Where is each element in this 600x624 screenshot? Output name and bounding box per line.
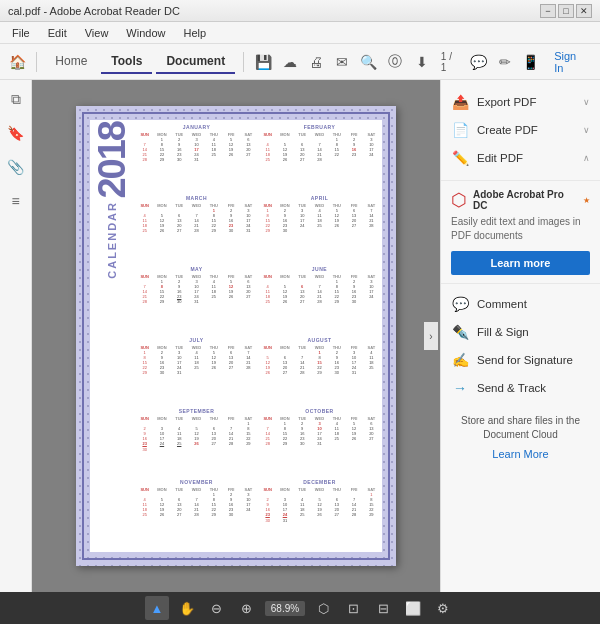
maximize-button[interactable]: □ bbox=[558, 4, 574, 18]
send-signature-label: Send for Signature bbox=[477, 354, 573, 366]
send-track-icon: → bbox=[451, 379, 469, 397]
create-pdf-button[interactable]: 📄 Create PDF ∨ bbox=[451, 116, 590, 144]
zoom-in-icon[interactable]: ⊕ bbox=[235, 596, 259, 620]
month-october: OCTOBER SUNMONTUEWEDTHUFRISAT 123456 789… bbox=[259, 408, 380, 477]
hand-tool-icon[interactable]: ✋ bbox=[175, 596, 199, 620]
create-pdf-icon: 📄 bbox=[451, 121, 469, 139]
menu-window[interactable]: Window bbox=[118, 25, 173, 41]
close-button[interactable]: ✕ bbox=[576, 4, 592, 18]
learn-more-cloud-link[interactable]: Learn More bbox=[441, 448, 600, 466]
create-pdf-arrow: ∨ bbox=[583, 125, 590, 135]
acrobat-promo-title: Adobe Acrobat Pro DC bbox=[473, 189, 577, 211]
acrobat-promo-text: Easily edit text and images in PDF docum… bbox=[451, 215, 590, 243]
export-pdf-button[interactable]: 📤 Export PDF ∨ bbox=[451, 88, 590, 116]
copy-icon[interactable]: ⧉ bbox=[5, 88, 27, 110]
menu-bar: File Edit View Window Help bbox=[0, 22, 600, 44]
send-track-button[interactable]: → Send & Track bbox=[451, 374, 590, 402]
fill-sign-button[interactable]: ✒️ Fill & Sign bbox=[451, 318, 590, 346]
select-tool-icon[interactable]: ▲ bbox=[145, 596, 169, 620]
acrobat-promo-section: ⬡ Adobe Acrobat Pro DC ★ Easily edit tex… bbox=[441, 181, 600, 284]
fit-width-icon[interactable]: ⊟ bbox=[371, 596, 395, 620]
toolbar-home-icon[interactable]: 🏠 bbox=[6, 50, 28, 74]
reader-icon[interactable]: 📱 bbox=[520, 50, 542, 74]
learn-more-button[interactable]: Learn more bbox=[451, 251, 590, 275]
zoom-out-icon[interactable]: ⊖ bbox=[205, 596, 229, 620]
title-bar-controls: − □ ✕ bbox=[540, 4, 592, 18]
next-page-arrow[interactable]: › bbox=[424, 322, 438, 350]
bottom-tools-section: 💬 Comment ✒️ Fill & Sign ✍️ Send for Sig… bbox=[441, 284, 600, 408]
page-indicator: 1 / 1 bbox=[437, 51, 463, 73]
pen-icon[interactable]: ✏ bbox=[493, 50, 515, 74]
fill-sign-icon: ✒️ bbox=[451, 323, 469, 341]
pdf-tools-section: 📤 Export PDF ∨ 📄 Create PDF ∨ ✏️ Edit PD… bbox=[441, 80, 600, 181]
send-signature-button[interactable]: ✍️ Send for Signature bbox=[451, 346, 590, 374]
month-june: JUNE SUNMONTUEWEDTHUFRISAT 123 45678910 … bbox=[259, 266, 380, 335]
edit-pdf-button[interactable]: ✏️ Edit PDF ∧ bbox=[451, 144, 590, 172]
search-icon[interactable]: 🔍 bbox=[358, 50, 380, 74]
download-icon[interactable]: ⬇ bbox=[410, 50, 432, 74]
menu-edit[interactable]: Edit bbox=[40, 25, 75, 41]
attach-icon[interactable]: 📎 bbox=[5, 156, 27, 178]
menu-file[interactable]: File bbox=[4, 25, 38, 41]
toolbar-sep-2 bbox=[243, 52, 244, 72]
pdf-page: 2018 CALENDAR JANUARY SUNMONTUEWEDTHUFRI… bbox=[76, 106, 396, 566]
edit-pdf-icon: ✏️ bbox=[451, 149, 469, 167]
tools-bottom-icon[interactable]: ⚙ bbox=[431, 596, 455, 620]
month-december: DECEMBER SUNMONTUEWEDTHUFRISAT 1 2345678… bbox=[259, 479, 380, 548]
month-august: AUGUST SUNMONTUEWEDTHUFRISAT 1234 567891… bbox=[259, 337, 380, 406]
menu-help[interactable]: Help bbox=[175, 25, 214, 41]
main-layout: ⧉ 🔖 📎 ≡ 2018 CALENDAR JANUARY bbox=[0, 80, 600, 592]
tab-document[interactable]: Document bbox=[156, 50, 235, 74]
acrobat-logo-icon: ⬡ bbox=[451, 189, 467, 211]
print-icon[interactable]: 🖨 bbox=[305, 50, 327, 74]
right-panel: 📤 Export PDF ∨ 📄 Create PDF ∨ ✏️ Edit PD… bbox=[440, 80, 600, 592]
comment-button[interactable]: 💬 Comment bbox=[451, 290, 590, 318]
toolbar-sep-1 bbox=[36, 52, 37, 72]
left-sidebar: ⧉ 🔖 📎 ≡ bbox=[0, 80, 32, 592]
minimize-button[interactable]: − bbox=[540, 4, 556, 18]
help-icon[interactable]: ⓪ bbox=[384, 50, 406, 74]
month-february: FEBRUARY SUNMONTUEWEDTHUFRISAT 123 45678… bbox=[259, 124, 380, 193]
create-pdf-label: Create PDF bbox=[477, 124, 538, 136]
export-pdf-label: Export PDF bbox=[477, 96, 536, 108]
edit-pdf-arrow: ∧ bbox=[583, 153, 590, 163]
upload-icon[interactable]: ☁ bbox=[278, 50, 300, 74]
comment-toolbar-icon[interactable]: 💬 bbox=[467, 50, 489, 74]
bookmark-icon[interactable]: 🔖 bbox=[5, 122, 27, 144]
export-pdf-arrow: ∨ bbox=[583, 97, 590, 107]
year-text: 2018 bbox=[95, 122, 129, 199]
month-march: MARCH SUNMONTUEWEDTHUFRISAT 123 45678910… bbox=[136, 195, 257, 264]
toolbar: 🏠 Home Tools Document 💾 ☁ 🖨 ✉ 🔍 ⓪ ⬇ 1 / … bbox=[0, 44, 600, 80]
edit-pdf-label: Edit PDF bbox=[477, 152, 523, 164]
month-april: APRIL SUNMONTUEWEDTHUFRISAT 1234567 8910… bbox=[259, 195, 380, 264]
sign-in-button[interactable]: Sign In bbox=[546, 46, 594, 78]
pdf-area: 2018 CALENDAR JANUARY SUNMONTUEWEDTHUFRI… bbox=[32, 80, 440, 592]
title-bar-title: cal.pdf - Adobe Acrobat Reader DC bbox=[8, 5, 180, 17]
month-may: MAY SUNMONTUEWEDTHUFRISAT 123456 7891011… bbox=[136, 266, 257, 335]
prev-page-icon[interactable]: ⬡ bbox=[311, 596, 335, 620]
tab-tools[interactable]: Tools bbox=[101, 50, 152, 74]
month-july: JULY SUNMONTUEWEDTHUFRISAT 1234567 89101… bbox=[136, 337, 257, 406]
layers-icon[interactable]: ≡ bbox=[5, 190, 27, 212]
tab-home[interactable]: Home bbox=[45, 50, 97, 74]
send-signature-icon: ✍️ bbox=[451, 351, 469, 369]
month-september: SEPTEMBER SUNMONTUEWEDTHUFRISAT 1 234567… bbox=[136, 408, 257, 477]
menu-view[interactable]: View bbox=[77, 25, 117, 41]
comment-label: Comment bbox=[477, 298, 527, 310]
title-bar: cal.pdf - Adobe Acrobat Reader DC − □ ✕ bbox=[0, 0, 600, 22]
fit-page-icon[interactable]: ⊡ bbox=[341, 596, 365, 620]
calendar-content: 2018 CALENDAR JANUARY SUNMONTUEWEDTHUFRI… bbox=[90, 120, 382, 552]
save-icon[interactable]: 💾 bbox=[252, 50, 274, 74]
store-text: Store and share files in the Document Cl… bbox=[441, 408, 600, 448]
email-icon[interactable]: ✉ bbox=[331, 50, 353, 74]
send-track-label: Send & Track bbox=[477, 382, 546, 394]
full-screen-icon[interactable]: ⬜ bbox=[401, 596, 425, 620]
promo-star-icon: ★ bbox=[583, 196, 590, 205]
export-pdf-icon: 📤 bbox=[451, 93, 469, 111]
calendar-title-text: CALENDAR bbox=[106, 201, 118, 279]
zoom-level[interactable]: 68.9% bbox=[265, 601, 305, 616]
calendar-grid: JANUARY SUNMONTUEWEDTHUFRISAT 123456 789… bbox=[134, 120, 382, 552]
month-november: NOVEMBER SUNMONTUEWEDTHUFRISAT 123 45678… bbox=[136, 479, 257, 548]
month-january: JANUARY SUNMONTUEWEDTHUFRISAT 123456 789… bbox=[136, 124, 257, 193]
comment-icon: 💬 bbox=[451, 295, 469, 313]
